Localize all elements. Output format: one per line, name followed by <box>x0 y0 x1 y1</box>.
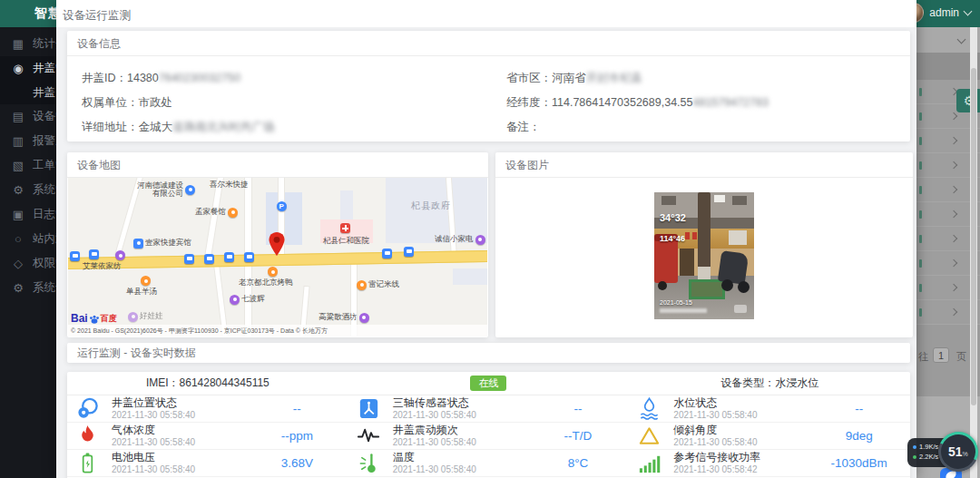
map-poi[interactable]: 孟家餐馆 <box>195 207 238 218</box>
metric-value: --T/D <box>527 429 630 443</box>
restaurant-poi-icon <box>268 267 278 277</box>
device-photo[interactable]: 34°32 114°46 2021-05-15 <box>654 192 754 319</box>
document-icon: ▣ <box>12 208 24 221</box>
transit-icon[interactable] <box>224 252 234 262</box>
blurred-address-watermark <box>660 308 707 313</box>
hospital-cross-icon <box>340 223 350 233</box>
map-poi[interactable]: 河南德诚建设 有限公司 <box>137 181 195 198</box>
red-tricycle <box>654 238 678 283</box>
device-location-pin[interactable] <box>269 232 285 256</box>
baidu-map[interactable]: 河南德诚建设 有限公司 喜尔来快捷 孟家餐馆 杞县政府 壹家快捷宾馆 杞县仁和医… <box>68 178 487 337</box>
device-map-title: 设备地图 <box>67 152 488 178</box>
monitor-section-card: 运行监测 - 设备实时数据 <box>67 343 910 363</box>
flame-icon <box>75 424 100 448</box>
transit-icon[interactable] <box>244 252 254 262</box>
page-scrollbar[interactable] <box>970 27 977 478</box>
chevron-right-icon <box>950 186 957 193</box>
metric-value: --ppm <box>246 429 348 443</box>
map-poi[interactable]: 高粱散酒坊 <box>318 312 369 323</box>
chevron-down-icon <box>964 7 973 16</box>
online-status-badge: 在线 <box>470 376 506 391</box>
map-poi[interactable] <box>141 276 151 286</box>
field-owner-unit: 权属单位：市政处 <box>82 93 275 118</box>
map-poi[interactable]: 老京都北京烤鸭 <box>239 278 293 288</box>
circle-icon: ◉ <box>12 62 24 75</box>
imei-field: IMEI：861428044345115 <box>67 376 348 391</box>
realtime-metrics-card: IMEI：861428044345115 在线 设备类型：水浸水位 井盖位置状态… <box>67 372 910 478</box>
device-info-title: 设备信息 <box>67 31 910 56</box>
gear-icon: ⚙ <box>12 183 24 197</box>
tree-planter <box>689 279 725 299</box>
field-region: 省市区：河南省开封市杞县 <box>506 69 769 93</box>
device-summary-row: IMEI：861428044345115 在线 设备类型：水浸水位 <box>67 372 910 395</box>
lock-icon: ◇ <box>12 257 24 270</box>
list-icon: ▤ <box>12 110 24 123</box>
metric-battery-voltage: 电池电压2021-11-30 05:58:40 3.68V <box>67 450 348 476</box>
username: admin <box>929 6 959 19</box>
map-poi[interactable]: 艾莱依家纺 <box>83 261 122 272</box>
transit-icon[interactable] <box>89 249 99 259</box>
transit-icon[interactable] <box>404 247 414 257</box>
field-remark: 备注： <box>506 118 769 142</box>
map-poi[interactable]: 单县羊汤 <box>126 287 157 298</box>
transit-icon[interactable] <box>70 251 80 261</box>
metric-value: 3.68V <box>246 456 348 470</box>
metric-water-level: 水位状态2021-11-30 05:58:40 -- <box>629 395 910 422</box>
tasks-icon: ▧ <box>12 159 24 172</box>
metric-signal-power: 参考信号接收功率2021-11-30 05:58:42 -1030dBm <box>629 450 910 476</box>
blurred-text: 开封市杞县 <box>586 72 643 84</box>
chevron-down-icon <box>957 35 966 44</box>
scrollbar-thumb[interactable] <box>971 68 976 405</box>
map-poi[interactable]: 七波辉 <box>230 294 265 305</box>
company-poi-icon <box>185 185 195 195</box>
download-dot-icon <box>913 455 916 459</box>
network-speed-widget[interactable]: 1.9K/s 2.2K/s 51% <box>907 430 980 478</box>
upload-dot-icon <box>913 445 916 449</box>
metric-tilt-angle: 倾斜角度2021-11-30 05:58:40 9deg <box>629 423 910 449</box>
vibration-waveform-icon <box>357 424 381 448</box>
gps-lat-watermark: 34°32 <box>660 212 686 223</box>
map-poi[interactable] <box>115 250 125 260</box>
thermometer-icon <box>357 451 381 475</box>
map-poi[interactable]: 壹家快捷宾馆 <box>133 238 191 249</box>
device-photo-title: 设备图片 <box>495 152 913 178</box>
triaxial-sensor-icon <box>357 396 381 421</box>
blurred-text: 道路南北兴时尚广场 <box>172 121 275 133</box>
map-poi[interactable]: 喜尔来快捷 <box>210 180 249 190</box>
memory-percent-dial[interactable]: 51% <box>933 426 980 477</box>
bell-icon: ○ <box>12 232 24 246</box>
drawer-title: 设备运行监测 <box>63 8 131 24</box>
chevron-right-icon <box>950 137 957 144</box>
map-poi[interactable]: 雷记米线 <box>357 279 399 290</box>
device-info-right-column: 省市区：河南省开封市杞县 经纬度：114.78641470352689,34.5… <box>506 69 769 142</box>
map-poi[interactable]: 杞县仁和医院 <box>323 236 369 247</box>
metric-value: 8°C <box>527 456 630 470</box>
parking-poi[interactable] <box>277 201 287 211</box>
baidu-maps-logo: Bai 百度 <box>71 312 117 325</box>
chevron-right-icon <box>950 308 957 316</box>
transit-icon[interactable] <box>184 254 194 264</box>
blurred-text: 7640230032750 <box>159 72 240 84</box>
map-poi[interactable] <box>268 267 278 277</box>
map-poi-government[interactable]: 杞县政府 <box>411 200 451 212</box>
monitor-section-title: 运行监测 - 设备实时数据 <box>67 343 910 363</box>
metric-triaxial-sensor: 三轴传感器状态2021-11-30 05:58:40 -- <box>348 395 630 422</box>
map-copyright: © 2021 Baidu - GS(2021)6026号 - 甲测资字11009… <box>68 325 487 337</box>
metrics-row-1: 井盖位置状态2021-11-30 05:58:40 -- 三轴传感器状态2021… <box>67 395 910 423</box>
map-poi[interactable]: 诚信小家电 <box>435 234 485 245</box>
baidu-paw-icon <box>89 314 100 325</box>
shop-poi-icon <box>128 312 138 322</box>
grid-icon: ▦ <box>12 37 24 51</box>
app-root: 智慧井盖管理平台 admin ▦统计分析 ◉井盖管理 井盖 ▤设备管理 ▥报警历… <box>0 0 980 478</box>
shop-poi-icon <box>359 313 369 323</box>
map-poi[interactable]: 好娃娃 <box>128 311 163 322</box>
photo-logo-watermark <box>734 305 747 313</box>
device-info-left-column: 井盖ID：143807640230032750 权属单位：市政处 详细地址：金城… <box>82 69 275 142</box>
transit-icon[interactable] <box>204 254 214 264</box>
map-poi[interactable] <box>340 223 350 233</box>
parking-icon <box>277 201 287 211</box>
transit-icon[interactable] <box>382 249 392 259</box>
metric-value: -1030dBm <box>808 456 910 470</box>
settings-icon: ⚙ <box>12 281 24 295</box>
restaurant-poi-icon <box>357 280 367 290</box>
